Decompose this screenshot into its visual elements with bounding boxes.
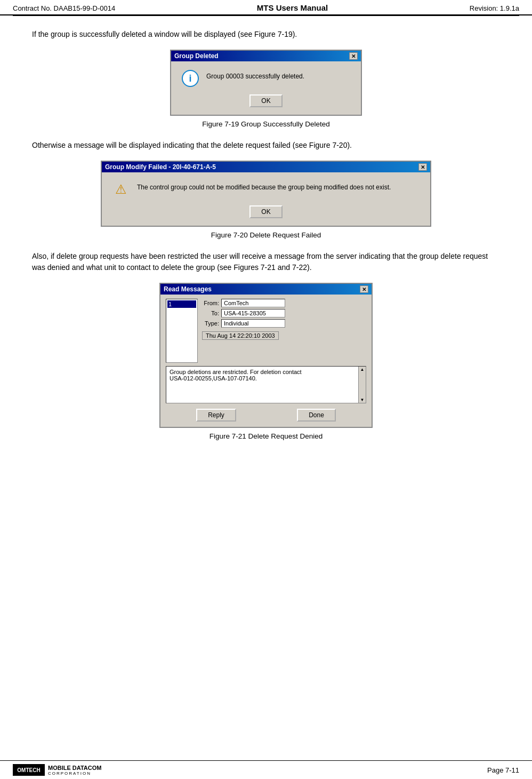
modify-failed-btn-row: OK bbox=[112, 205, 420, 218]
figure-21-caption: Figure 7-21 Delete Request Denied bbox=[209, 432, 323, 440]
page-header: Contract No. DAAB15-99-D-0014 MTS Users … bbox=[0, 0, 532, 15]
page-footer: OMTECH MOBILE DATACOM CORPORATION Page 7… bbox=[0, 760, 532, 779]
to-row: To: USA-415-28305 bbox=[202, 309, 366, 317]
done-button[interactable]: Done bbox=[297, 409, 336, 422]
info-icon: i bbox=[182, 70, 199, 87]
modify-failed-titlebar: Group Modify Failed - 20I-40-671-A-5 ✕ bbox=[102, 162, 430, 172]
figure-21-container: Read Messages ✕ 1 From: ComTech bbox=[32, 283, 500, 440]
footer-logo: OMTECH MOBILE DATACOM CORPORATION bbox=[13, 764, 101, 776]
paragraph-1: If the group is successfully deleted a w… bbox=[32, 29, 500, 40]
read-messages-dialog: Read Messages ✕ 1 From: ComTech bbox=[159, 283, 373, 428]
modify-failed-close-btn[interactable]: ✕ bbox=[418, 163, 427, 171]
message-content-text: Group deletions are restricted. For dele… bbox=[170, 369, 354, 381]
date-value: Thu Aug 14 22:20:10 2003 bbox=[202, 331, 279, 340]
modify-failed-dialog: Group Modify Failed - 20I-40-671-A-5 ✕ ⚠… bbox=[101, 161, 431, 227]
group-deleted-btn-row: OK bbox=[182, 94, 350, 107]
modify-failed-message: The control group could not be modified … bbox=[137, 181, 420, 192]
group-deleted-titlebar: Group Deleted ✕ bbox=[171, 51, 361, 61]
logo-box: OMTECH bbox=[13, 764, 45, 776]
logo-corporation: CORPORATION bbox=[48, 771, 101, 776]
logo-text-block: MOBILE DATACOM CORPORATION bbox=[48, 765, 101, 776]
read-messages-titlebar: Read Messages ✕ bbox=[160, 284, 372, 295]
to-value: USA-415-28305 bbox=[221, 309, 285, 317]
group-deleted-dialog: Group Deleted ✕ i Group 00003 successful… bbox=[170, 50, 362, 116]
scrollbar-down-icon[interactable]: ▼ bbox=[360, 398, 365, 402]
type-label: Type: bbox=[202, 320, 219, 327]
from-label: From: bbox=[202, 300, 219, 306]
figure-20-container: Group Modify Failed - 20I-40-671-A-5 ✕ ⚠… bbox=[32, 161, 500, 239]
read-messages-close-btn[interactable]: ✕ bbox=[360, 285, 368, 293]
type-value: Individual bbox=[221, 319, 285, 328]
modify-failed-ok-btn[interactable]: OK bbox=[249, 205, 282, 218]
page-number: Page 7-11 bbox=[487, 766, 519, 774]
reply-button[interactable]: Reply bbox=[196, 409, 236, 422]
read-messages-title: Read Messages bbox=[164, 285, 212, 293]
message-scrollbar[interactable]: ▲ ▼ bbox=[358, 367, 366, 403]
page-content: If the group is successfully deleted a w… bbox=[0, 16, 532, 484]
warning-icon: ⚠ bbox=[112, 181, 130, 198]
header-contract: Contract No. DAAB15-99-D-0014 bbox=[13, 4, 115, 12]
group-deleted-close-btn[interactable]: ✕ bbox=[349, 52, 358, 60]
header-revision: Revision: 1.9.1a bbox=[470, 4, 519, 12]
scrollbar-up-icon[interactable]: ▲ bbox=[360, 367, 365, 372]
figure-19-caption: Figure 7-19 Group Successfully Deleted bbox=[202, 120, 329, 128]
modify-failed-title: Group Modify Failed - 20I-40-671-A-5 bbox=[105, 163, 216, 171]
group-deleted-title: Group Deleted bbox=[174, 52, 219, 60]
read-messages-buttons: Reply Done bbox=[166, 409, 366, 422]
logo-white-text: OMTECH bbox=[17, 767, 40, 773]
message-fields: From: ComTech To: USA-415-28305 Type: In… bbox=[202, 299, 366, 363]
modify-failed-row: ⚠ The control group could not be modifie… bbox=[112, 181, 420, 198]
group-deleted-body: i Group 00003 successfully deleted. OK bbox=[171, 61, 361, 115]
figure-20-caption: Figure 7-20 Delete Request Failed bbox=[211, 231, 321, 239]
type-row: Type: Individual bbox=[202, 319, 366, 328]
paragraph-3: Also, if delete group requests have been… bbox=[32, 251, 500, 273]
read-messages-body: 1 From: ComTech To: USA-415-28305 bbox=[160, 295, 372, 427]
group-deleted-ok-btn[interactable]: OK bbox=[249, 94, 282, 107]
message-content-area[interactable]: Group deletions are restricted. For dele… bbox=[166, 366, 366, 403]
from-row: From: ComTech bbox=[202, 299, 366, 307]
from-value: ComTech bbox=[221, 299, 285, 307]
date-row: Thu Aug 14 22:20:10 2003 bbox=[202, 331, 366, 340]
message-list-item[interactable]: 1 bbox=[167, 300, 196, 308]
to-label: To: bbox=[202, 310, 219, 316]
figure-19-container: Group Deleted ✕ i Group 00003 successful… bbox=[32, 50, 500, 128]
group-deleted-message: Group 00003 successfully deleted. bbox=[206, 70, 350, 81]
message-list[interactable]: 1 bbox=[166, 299, 198, 363]
paragraph-2: Otherwise a message will be displayed in… bbox=[32, 140, 500, 151]
read-messages-top: 1 From: ComTech To: USA-415-28305 bbox=[166, 299, 366, 363]
modify-failed-body: ⚠ The control group could not be modifie… bbox=[102, 172, 430, 226]
logo-mobile-datacom: MOBILE DATACOM bbox=[48, 765, 101, 771]
group-deleted-row: i Group 00003 successfully deleted. bbox=[182, 70, 350, 87]
header-title: MTS Users Manual bbox=[115, 3, 470, 12]
